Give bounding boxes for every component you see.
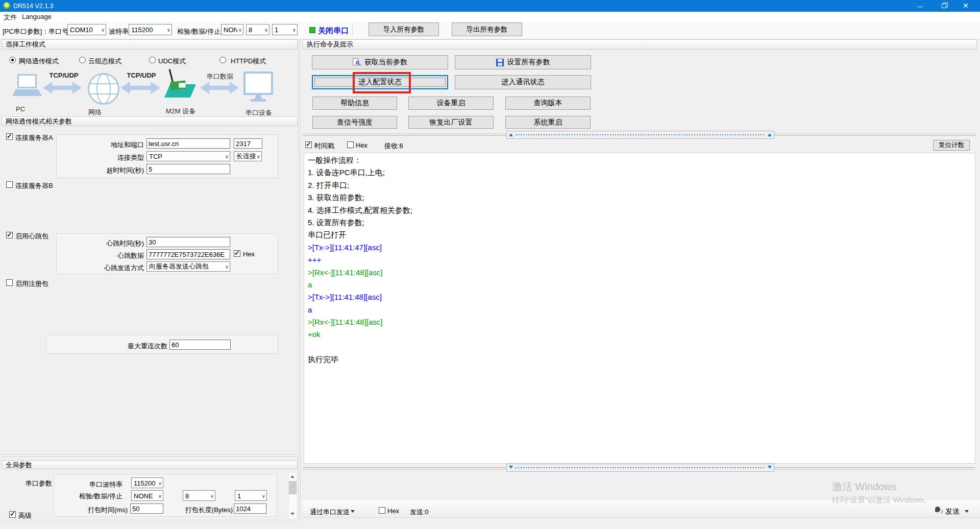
addr-port-label: 地址和端口 [78, 140, 144, 150]
help-button[interactable]: 帮助信息 [312, 97, 397, 110]
server-a-label: 连接服务器A [15, 133, 53, 142]
timeout-input[interactable]: 5 [146, 164, 230, 174]
window-title: DR514 V2.1.3 [13, 3, 54, 10]
log-area[interactable]: 一般操作流程： 1. 设备连PC串口,上电; 2. 打开串口; 3. 获取当前参… [304, 153, 975, 464]
close-icon[interactable]: ✕ [963, 2, 969, 10]
chevron-down-icon: ∨ [166, 27, 170, 33]
import-params-button[interactable]: 导入所有参数 [369, 22, 439, 36]
server-a-address-input[interactable]: test.usr.cn [146, 138, 230, 149]
packlen-input[interactable]: 1024 [234, 503, 266, 514]
hb-time-label: 心跳时间(秒) [78, 239, 144, 248]
baud-label: 波特率 [109, 27, 129, 36]
scrollbar-thumb[interactable] [289, 481, 297, 494]
minimize-icon[interactable] [917, 7, 923, 7]
send-via-dropdown[interactable]: 通过串口发送 [310, 508, 350, 517]
reconnect-input[interactable]: 60 [169, 340, 231, 350]
chevron-down-icon: ∨ [237, 27, 242, 33]
radio-udc-label: UDC模式 [158, 57, 186, 66]
toolbar-separator [352, 23, 353, 37]
scroll-up-icon[interactable] [290, 475, 295, 478]
send-via-arrow-icon[interactable] [351, 510, 355, 513]
annotation-red-box [353, 72, 411, 93]
scroll-down-icon[interactable] [290, 513, 295, 515]
log-line: >[Tx->][11:41:48][asc] [308, 293, 975, 305]
hb-hex-checkbox[interactable] [234, 250, 240, 257]
global-params-header: 全局参数 [2, 461, 298, 469]
speaker-icon[interactable] [935, 506, 943, 514]
serial-params-label: 串口参数 [26, 479, 52, 488]
recv-hex-checkbox[interactable] [347, 141, 354, 148]
menu-file[interactable]: 文件 [4, 13, 17, 22]
get-params-button[interactable]: 获取当前参数 [312, 55, 448, 69]
log-line: 串口已打开 [308, 230, 975, 243]
g-stopbits-select[interactable]: 1∨ [235, 490, 267, 501]
radio-httpd[interactable] [219, 57, 226, 63]
signal-strength-button[interactable]: 查信号强度 [312, 116, 397, 129]
g-databits-select[interactable]: 8∨ [183, 490, 215, 501]
bottom-trackbar-left-thumb[interactable] [509, 466, 513, 469]
g-parity-select[interactable]: NONE∨ [131, 490, 163, 501]
enter-comm-button[interactable]: 进入通讯状态 [455, 75, 591, 89]
stopbits-select[interactable]: 1∨ [272, 24, 298, 35]
hb-mode-label: 心跳发送方式 [78, 263, 144, 273]
regpack-label: 启用注册包 [15, 279, 48, 288]
parity-select[interactable]: NONI∨ [221, 24, 243, 35]
top-trackbar-right-thumb[interactable] [768, 133, 772, 136]
pc-label: PC [8, 105, 33, 113]
send-hex-checkbox[interactable] [379, 507, 385, 514]
databits-select[interactable]: 8∨ [246, 24, 270, 35]
packtime-input[interactable]: 50 [130, 503, 163, 514]
server-a-checkbox[interactable] [6, 133, 13, 140]
hb-time-input[interactable]: 30 [146, 237, 230, 247]
query-version-button[interactable]: 查询版本 [505, 97, 591, 110]
system-reboot-button[interactable]: 系统重启 [505, 116, 591, 129]
m2m-label: M2M 设备 [164, 107, 197, 116]
get-params-icon [353, 58, 361, 66]
restore-icon[interactable] [942, 4, 946, 8]
log-line: a [308, 305, 975, 318]
menu-language[interactable]: Language [22, 13, 52, 20]
device-reboot-button[interactable]: 设备重启 [408, 97, 494, 110]
send-arrow-icon[interactable] [965, 510, 969, 513]
timestamp-checkbox[interactable] [305, 141, 312, 148]
keepalive-select[interactable]: 长连接∨ [234, 151, 262, 161]
panel-splitter[interactable] [299, 39, 301, 520]
radio-net-transparent[interactable] [9, 57, 16, 63]
splitter[interactable] [2, 454, 298, 458]
send-button[interactable]: 发送 [945, 507, 960, 516]
hb-mode-select[interactable]: 向服务器发送心跳包∨ [146, 261, 230, 272]
left-scrollbar[interactable] [288, 472, 297, 519]
advanced-checkbox[interactable] [9, 511, 16, 518]
reset-count-button[interactable]: 复位计数 [933, 140, 970, 151]
hb-data-input[interactable]: 7777772E7573722E636E [146, 249, 230, 259]
factory-reset-button[interactable]: 恢复出厂设置 [408, 116, 494, 129]
set-params-button[interactable]: 设置所有参数 [455, 55, 591, 69]
top-trackbar-left-thumb[interactable] [509, 133, 513, 136]
com-port-select[interactable]: COM10∨ [67, 24, 106, 35]
app-window: DR514 V2.1.3 ✕ 文件 Language [PC串口参数]：串口号 … [0, 0, 980, 529]
g-baud-select[interactable]: 115200∨ [131, 477, 163, 488]
baud-select[interactable]: 115200∨ [129, 24, 172, 35]
title-bar[interactable] [0, 0, 980, 12]
conn-type-select[interactable]: TCP∨ [146, 151, 230, 161]
server-b-checkbox[interactable] [6, 181, 13, 188]
log-line: 5. 设置所有参数; [308, 218, 975, 230]
bottom-trackbar-right-thumb[interactable] [768, 466, 772, 469]
serial-device-icon [243, 71, 274, 103]
recv-count: 接收:6 [384, 141, 403, 151]
server-a-port-input[interactable]: 2317 [234, 138, 262, 149]
chevron-down-icon: ∨ [100, 27, 105, 33]
radio-udc[interactable] [149, 57, 156, 63]
export-params-button[interactable]: 导出所有参数 [452, 22, 522, 36]
heartbeat-checkbox[interactable] [6, 232, 13, 238]
advanced-label: 高级 [18, 511, 32, 520]
log-line: 一般操作流程： [308, 156, 975, 168]
close-port-button[interactable]: 关闭串口 [318, 26, 349, 36]
parity-label: 检验/数据/停止 [177, 27, 220, 36]
regpack-checkbox[interactable] [6, 279, 13, 286]
chevron-down-icon: ∨ [157, 493, 162, 498]
arrow-pc-net-icon [43, 82, 82, 94]
log-line: +ok [308, 330, 975, 342]
radio-cloud[interactable] [79, 57, 86, 63]
timestamp-label: 时间戳 [314, 141, 334, 151]
